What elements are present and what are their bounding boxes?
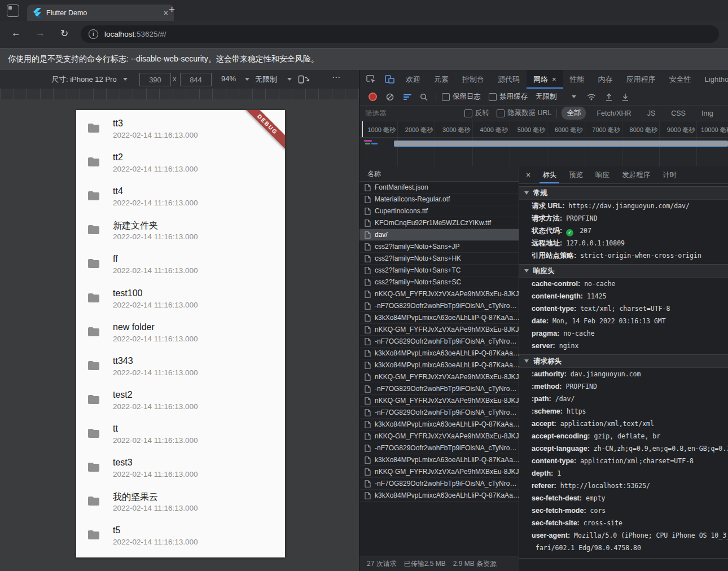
network-conditions-icon[interactable] — [587, 93, 596, 100]
request-row[interactable]: -nF7OG829Oofr2wohFbTp9iFOisNA_cTyNro… — [359, 407, 519, 419]
browser-tab[interactable]: Flutter Demo × — [27, 5, 174, 21]
new-tab-button[interactable]: + — [169, 3, 175, 16]
filter-chip[interactable]: Img — [696, 108, 718, 119]
request-row[interactable]: nKKQ-GM_FYFRJvXzVXaAPe9hMXBxEu-8JKJi… — [359, 431, 519, 442]
request-row[interactable]: dav/ — [359, 229, 519, 241]
tab-close-icon[interactable]: × — [164, 9, 168, 17]
list-item[interactable]: tt32022-02-14 11:16:13.000 — [76, 116, 285, 150]
refresh-icon[interactable]: ↻ — [60, 28, 68, 39]
devtools-tab[interactable]: 内存 — [591, 70, 620, 89]
filter-icon[interactable] — [404, 94, 411, 100]
inspect-element-icon[interactable] — [366, 75, 376, 84]
request-row[interactable]: k3kXo84MPvpLmixcA63oeALhLliP-Q-87KaAa… — [359, 490, 519, 502]
record-network-log-icon[interactable] — [369, 93, 377, 101]
list-item[interactable]: tt2022-02-14 11:16:13.000 — [76, 421, 285, 455]
list-item[interactable]: 我的坚果云2022-02-14 11:16:13.000 — [76, 489, 285, 523]
hide-data-urls-checkbox[interactable] — [497, 109, 505, 117]
export-har-icon[interactable] — [622, 93, 629, 101]
request-row[interactable]: CupertinoIcons.ttf — [359, 205, 519, 217]
details-tab[interactable]: 响应 — [589, 166, 616, 183]
list-item[interactable]: tt3432022-02-14 11:16:13.000 — [76, 354, 285, 388]
request-row[interactable]: nKKQ-GM_FYFRJvXzVXaAPe9hMXBxEu-8JKJi… — [359, 395, 519, 407]
request-row[interactable]: FontManifest.json — [359, 182, 519, 194]
request-row[interactable]: k3kXo84MPvpLmixcA63oeALhLliP-Q-87KaAa… — [359, 419, 519, 431]
preserve-log-checkbox[interactable] — [442, 93, 450, 101]
devtools-tab[interactable]: Lighthouse — [698, 70, 728, 89]
details-tab[interactable]: 预览 — [563, 166, 589, 183]
filter-chip[interactable]: 全部 — [562, 107, 586, 120]
requests-column-header[interactable]: 名称 — [359, 166, 519, 182]
overview-selection-window[interactable] — [394, 140, 728, 147]
request-row[interactable]: css2?family=Noto+Sans+TC — [359, 265, 519, 276]
request-row[interactable]: MaterialIcons-Regular.otf — [359, 194, 519, 205]
list-item[interactable]: test32022-02-14 11:16:13.000 — [76, 455, 285, 489]
request-row[interactable]: -nF7OG829Oofr2wohFbTp9iFOisNA_cTyNro… — [359, 383, 519, 395]
close-details-icon[interactable]: × — [519, 170, 536, 179]
request-row[interactable]: k3kXo84MPvpLmixcA63oeALhLliP-Q-87KaAa… — [359, 312, 519, 324]
request-row[interactable]: nKKQ-GM_FYFRJvXzVXaAPe9hMXBxEu-8JKJi… — [359, 466, 519, 478]
request-row[interactable]: css2?family=Noto+Sans+SC — [359, 276, 519, 288]
url-field[interactable]: i localhost:53625/#/ — [81, 25, 719, 43]
request-row[interactable]: nKKQ-GM_FYFRJvXzVXaAPe9hMXBxEu-8JKJi… — [359, 324, 519, 336]
devtools-tab[interactable]: 安全性 — [663, 70, 698, 89]
request-row[interactable]: k3kXo84MPvpLmixcA63oeALhLliP-Q-87KaAa… — [359, 359, 519, 371]
section-header[interactable]: 响应头 — [519, 264, 728, 278]
forward-icon[interactable]: → — [36, 28, 45, 39]
devtools-tab[interactable]: 源代码 — [491, 70, 527, 89]
filter-chip[interactable]: CSS — [666, 108, 691, 119]
device-size-label[interactable]: 尺寸: iPhone 12 Pro — [51, 74, 117, 85]
devtools-tab[interactable]: 元素 — [427, 70, 455, 89]
rotate-device-icon[interactable] — [298, 75, 310, 84]
search-icon[interactable] — [420, 93, 428, 101]
section-header[interactable]: 常规 — [519, 186, 728, 200]
request-row[interactable]: -nF7OG829Oofr2wohFbTp9iFOisNA_cTyNro… — [359, 478, 519, 490]
devtools-tab[interactable]: 应用程序 — [620, 70, 663, 89]
toggle-device-toolbar-icon[interactable] — [385, 75, 394, 84]
details-tab[interactable]: 计时 — [656, 166, 683, 183]
devtools-tab[interactable]: 欢迎 — [399, 70, 427, 89]
disable-cache-checkbox[interactable] — [489, 93, 497, 101]
list-item[interactable]: tt42022-02-14 11:16:13.000 — [76, 184, 285, 218]
section-header[interactable]: 请求标头 — [519, 354, 728, 368]
request-row[interactable]: -nF7OG829Oofr2wohFbTp9iFOisNA_cTyNro… — [359, 336, 519, 348]
device-select-caret-icon[interactable] — [123, 78, 128, 81]
list-item[interactable]: ff2022-02-14 11:16:13.000 — [76, 252, 285, 286]
device-width-input[interactable] — [139, 73, 171, 86]
invert-label[interactable]: 反转 — [475, 108, 489, 118]
network-throttle-select[interactable]: 无限制 — [536, 92, 557, 102]
request-row[interactable]: -nF7OG829Oofr2wohFbTp9iFOisNA_cTyNro… — [359, 300, 519, 312]
site-info-icon[interactable]: i — [89, 29, 98, 39]
details-tab[interactable]: 发起程序 — [616, 166, 656, 183]
devtools-tab[interactable]: 网络× — [527, 70, 563, 89]
zoom-value[interactable]: 94% — [221, 74, 236, 83]
request-row[interactable]: nKKQ-GM_FYFRJvXzVXaAPe9hMXBxEu-8JKJi… — [359, 288, 519, 300]
device-height-input[interactable] — [180, 73, 212, 86]
import-har-icon[interactable] — [606, 93, 612, 101]
devtools-tab[interactable]: 性能 — [563, 70, 591, 89]
list-item[interactable]: new folder2022-02-14 11:16:13.000 — [76, 320, 285, 354]
filter-chip[interactable]: 媒体 — [724, 107, 728, 120]
network-throttle-caret-icon[interactable] — [572, 95, 576, 98]
request-row[interactable]: css2?family=Noto+Sans+HK — [359, 253, 519, 265]
request-row[interactable]: KFOmCnqEu92Fr1Me5WZLCzYlKw.ttf — [359, 217, 519, 229]
close-network-tab-icon[interactable]: × — [552, 75, 556, 84]
clear-network-log-icon[interactable] — [386, 93, 394, 101]
request-row[interactable]: -nF7OG829Oofr2wohFbTp9iFOisNA_cTyNro… — [359, 442, 519, 454]
filter-chip[interactable]: Fetch/XHR — [591, 108, 636, 119]
preserve-log-label[interactable]: 保留日志 — [453, 92, 481, 102]
back-icon[interactable]: ← — [11, 28, 21, 39]
details-tab[interactable]: 标头 — [536, 166, 563, 183]
disable-cache-label[interactable]: 禁用缓存 — [499, 92, 528, 102]
filter-input[interactable] — [364, 109, 457, 118]
filter-chip[interactable]: JS — [642, 108, 661, 119]
request-row[interactable]: nKKQ-GM_FYFRJvXzVXaAPe9hMXBxEu-8JKJi… — [359, 371, 519, 383]
invert-checkbox[interactable] — [464, 109, 472, 117]
devtools-tab[interactable]: 控制台 — [455, 70, 491, 89]
throttle-caret-icon[interactable] — [287, 78, 292, 81]
list-item[interactable]: tt22022-02-14 11:16:13.000 — [76, 150, 285, 184]
more-options-icon[interactable]: ⋯ — [332, 72, 341, 82]
list-item[interactable]: test1002022-02-14 11:16:13.000 — [76, 286, 285, 320]
list-item[interactable]: t52022-02-14 11:16:13.000 — [76, 523, 285, 557]
hide-data-urls-label[interactable]: 隐藏数据 URL — [507, 108, 551, 118]
request-row[interactable]: k3kXo84MPvpLmixcA63oeALhLliP-Q-87KaAa… — [359, 348, 519, 359]
